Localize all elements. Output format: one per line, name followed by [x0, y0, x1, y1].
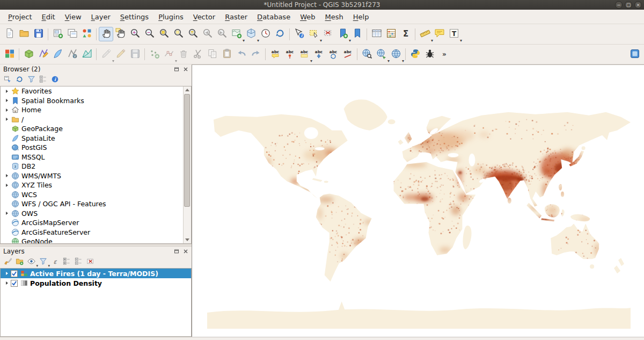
- refresh-map-button[interactable]: [273, 27, 287, 41]
- browser-item-arcgismapserver[interactable]: ArcGisMapServer: [1, 218, 191, 228]
- menu-raster[interactable]: Raster: [220, 11, 252, 23]
- zoom-full-extent-button[interactable]: [157, 27, 171, 41]
- filter-by-expression-button[interactable]: ε: [50, 257, 60, 267]
- pan-to-selection-button[interactable]: [113, 27, 128, 41]
- identify-features-button[interactable]: i: [292, 27, 306, 41]
- zoom-to-selection-button[interactable]: [171, 27, 186, 41]
- menu-vector[interactable]: Vector: [188, 11, 220, 23]
- select-features-button[interactable]: ▾: [306, 27, 321, 41]
- highlight-pinned-labels-button[interactable]: abc▾: [297, 47, 311, 62]
- browser-item-spatial-bookmarks[interactable]: Spatial Bookmarks: [1, 96, 191, 106]
- new-spatial-bookmark-button[interactable]: ▾: [335, 27, 350, 41]
- browser-item-postgis[interactable]: PostGIS: [1, 143, 191, 153]
- layer-visibility-checkbox[interactable]: [11, 270, 18, 277]
- pan-map-button[interactable]: [99, 27, 113, 41]
- minimize-button[interactable]: −: [615, 1, 623, 9]
- copy-features-button[interactable]: [205, 47, 219, 62]
- new-shapefile-layer-button[interactable]: [36, 47, 50, 62]
- maximize-button[interactable]: ▢: [625, 1, 632, 9]
- expand-arrow-icon[interactable]: [4, 182, 10, 188]
- zoom-out-button[interactable]: −: [142, 27, 157, 41]
- zoom-next-button[interactable]: ▶: [215, 27, 229, 41]
- zoom-to-layer-button[interactable]: [186, 27, 200, 41]
- browser-item-wcs[interactable]: WCS: [1, 190, 191, 200]
- toolbar-extension-button[interactable]: »: [437, 47, 451, 62]
- layers-close-button[interactable]: [182, 248, 189, 255]
- layer-item-active-fires-1-day-terra-modis[interactable]: Active Fires (1 day - Terra/MODIS): [1, 269, 191, 278]
- browser-item-ows[interactable]: OWS: [1, 209, 191, 219]
- paste-features-button[interactable]: [219, 47, 234, 62]
- save-layer-edits-button[interactable]: [128, 47, 142, 62]
- map-tips-button[interactable]: [432, 27, 447, 41]
- open-project-button[interactable]: [17, 27, 31, 41]
- open-attribute-table-button[interactable]: [369, 27, 384, 41]
- change-label-properties-button[interactable]: abc: [340, 47, 355, 62]
- statistical-summary-button[interactable]: Σ: [398, 27, 413, 41]
- browser-item-spatialite[interactable]: SpatiaLite: [1, 134, 191, 143]
- plugin-tool-button[interactable]: [627, 47, 642, 62]
- layer-labeling-button[interactable]: abc: [268, 47, 282, 62]
- layers-float-button[interactable]: [173, 248, 180, 255]
- new-project-button[interactable]: [2, 27, 17, 41]
- browser-item-geopackage[interactable]: GeoPackage: [1, 124, 191, 134]
- layer-visibility-checkbox[interactable]: [11, 280, 18, 287]
- expand-arrow-icon[interactable]: [4, 107, 10, 113]
- add-feature-button[interactable]: [147, 47, 162, 62]
- filter-legend-button[interactable]: ▾: [38, 257, 48, 267]
- add-selected-layers-button[interactable]: [3, 75, 13, 85]
- current-edits-button[interactable]: ▾: [99, 47, 113, 62]
- close-button[interactable]: ×: [634, 1, 642, 9]
- measure-line-button[interactable]: ▾: [418, 27, 432, 41]
- text-annotation-button[interactable]: T▾: [447, 27, 461, 41]
- menu-help[interactable]: Help: [348, 11, 374, 23]
- properties-widget-button[interactable]: i: [50, 75, 60, 85]
- menu-mesh[interactable]: Mesh: [320, 11, 348, 23]
- rotate-label-button[interactable]: abc: [326, 47, 340, 62]
- open-layer-styling-panel-button[interactable]: [3, 257, 13, 267]
- python-console-button[interactable]: [408, 47, 422, 62]
- browser-item-wms-wmts[interactable]: WMS/WMTS: [1, 171, 191, 181]
- filter-browser-button[interactable]: [26, 75, 36, 85]
- expand-arrow-icon[interactable]: [4, 88, 10, 94]
- scroll-up-icon[interactable]: [184, 86, 191, 93]
- browser-item-wfs-ogc-api-features[interactable]: WFS / OGC API - Features: [1, 199, 191, 209]
- add-group-button[interactable]: [14, 257, 25, 267]
- menu-view[interactable]: View: [60, 11, 86, 23]
- menu-web[interactable]: Web: [295, 11, 320, 23]
- browser-scrollbar[interactable]: [183, 86, 191, 243]
- layer-diagram-button[interactable]: abc: [282, 47, 297, 62]
- browser-item-db2[interactable]: 2DB2: [1, 162, 191, 171]
- move-label-button[interactable]: abc: [311, 47, 326, 62]
- zoom-last-button[interactable]: ◀: [200, 27, 215, 41]
- first-aid-debug-button[interactable]: [422, 47, 437, 62]
- collapse-all-layers-button[interactable]: [74, 257, 84, 267]
- show-layout-manager-button[interactable]: [65, 27, 79, 41]
- new-print-layout-button[interactable]: [50, 27, 65, 41]
- new-mesh-layer-button[interactable]: [79, 47, 94, 62]
- expand-all-button[interactable]: [62, 257, 72, 267]
- browser-item-xyz-tiles[interactable]: XYZ Tiles: [1, 180, 191, 190]
- browser-item-home[interactable]: Home: [1, 105, 191, 115]
- style-manager-button[interactable]: [79, 27, 94, 41]
- open-field-calculator-button[interactable]: [384, 27, 398, 41]
- redo-button[interactable]: [248, 47, 263, 62]
- browser-close-button[interactable]: [182, 66, 189, 73]
- cut-features-button[interactable]: [191, 47, 205, 62]
- manage-map-themes-button[interactable]: ▾: [26, 257, 36, 267]
- refresh-browser-button[interactable]: [14, 75, 25, 85]
- menu-project[interactable]: Project: [3, 11, 37, 23]
- browser-float-button[interactable]: [173, 66, 180, 73]
- web-services-button[interactable]: ▾: [374, 47, 389, 62]
- expand-arrow-icon[interactable]: [4, 117, 10, 122]
- vertex-tool-button[interactable]: ▾: [162, 47, 176, 62]
- expand-arrow-icon[interactable]: [4, 98, 10, 104]
- new-virtual-layer-button[interactable]: V: [65, 47, 79, 62]
- browser-item-geonode[interactable]: GeoNode: [1, 237, 191, 244]
- expand-arrow-icon[interactable]: [4, 173, 10, 179]
- browser-item-mssql[interactable]: MSSQL: [1, 153, 191, 162]
- new-spatialite-layer-button[interactable]: [50, 47, 65, 62]
- expand-arrow-icon[interactable]: [4, 211, 10, 216]
- expand-arrow-icon[interactable]: [4, 271, 10, 277]
- scroll-down-icon[interactable]: [184, 236, 191, 243]
- browser-item-arcgisfeatureserver[interactable]: ArcGisFeatureServer: [1, 228, 191, 237]
